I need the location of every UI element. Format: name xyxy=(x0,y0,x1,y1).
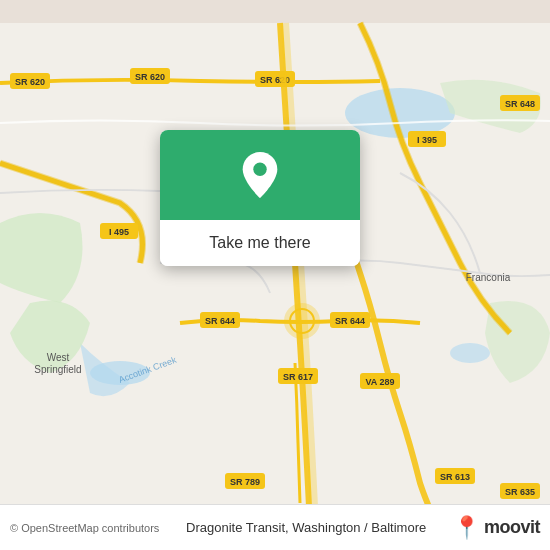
take-me-there-button[interactable]: Take me there xyxy=(160,220,360,266)
svg-text:SR 644: SR 644 xyxy=(205,316,235,326)
bottom-bar: © OpenStreetMap contributors Dragonite T… xyxy=(0,504,550,550)
map-pin-icon xyxy=(238,150,282,200)
moovit-pin-icon: 📍 xyxy=(453,515,480,541)
app-title: Dragonite Transit, Washington / Baltimor… xyxy=(159,520,453,535)
map-background: SR 620 SR 620 SR 620 I 495 I 395 SR 648 … xyxy=(0,0,550,550)
svg-text:SR 789: SR 789 xyxy=(230,477,260,487)
svg-text:SR 617: SR 617 xyxy=(283,372,313,382)
svg-text:SR 648: SR 648 xyxy=(505,99,535,109)
svg-text:I 395: I 395 xyxy=(417,135,437,145)
svg-text:Springfield: Springfield xyxy=(34,364,81,375)
svg-text:SR 635: SR 635 xyxy=(505,487,535,497)
svg-text:SR 620: SR 620 xyxy=(15,77,45,87)
svg-text:Franconia: Franconia xyxy=(466,272,511,283)
svg-text:SR 613: SR 613 xyxy=(440,472,470,482)
moovit-logo: 📍 moovit xyxy=(453,515,540,541)
svg-point-3 xyxy=(450,343,490,363)
map-container: SR 620 SR 620 SR 620 I 495 I 395 SR 648 … xyxy=(0,0,550,550)
svg-text:I 495: I 495 xyxy=(109,227,129,237)
moovit-text: moovit xyxy=(484,517,540,538)
svg-text:VA 289: VA 289 xyxy=(365,377,394,387)
svg-text:SR 620: SR 620 xyxy=(135,72,165,82)
popup-card: Take me there xyxy=(160,130,360,266)
svg-text:SR 644: SR 644 xyxy=(335,316,365,326)
svg-point-36 xyxy=(253,163,266,176)
attribution: © OpenStreetMap contributors xyxy=(10,522,159,534)
svg-text:West: West xyxy=(47,352,70,363)
popup-icon-area xyxy=(160,130,360,220)
